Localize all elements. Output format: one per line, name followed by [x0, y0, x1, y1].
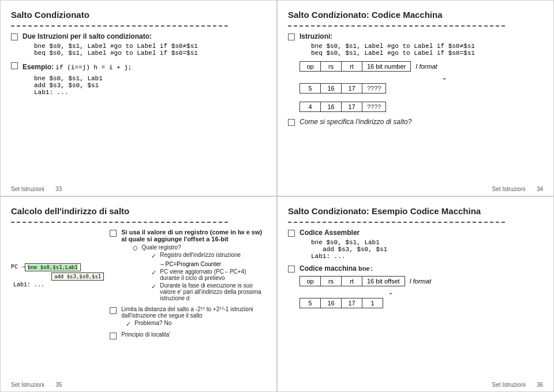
panel1-code-lab1: Lab1: ...: [34, 89, 132, 96]
p4-row1-offset: 1: [362, 298, 383, 308]
panel2-table1: op rs rt 16 bit number I format: [300, 61, 442, 72]
panel3-bullet1-content: Si usa il valore di un registro (come in…: [121, 229, 266, 303]
panel3-circle1: [133, 246, 137, 251]
panel3-pc-code2-text: add $s3,$s0,$s1: [54, 274, 101, 279]
panel4-bullet2-content: Codice macchina bne: op rs rt 16 bit off…: [300, 264, 436, 311]
panel2-bullet2-label: Come si specifica l'indirizzo di salto?: [300, 118, 411, 126]
panel3-check1-sub: – PC=Program Counter: [160, 261, 266, 267]
panel2-code-line2: beq $s0, $s1, Label #go to Label if $s0=…: [311, 50, 475, 57]
p4-col-rs: rs: [321, 276, 342, 286]
panel-calcolo-indirizzo: Calcolo dell'indirizzo di salto PC → bne…: [0, 196, 277, 393]
row1-rs: 16: [321, 84, 342, 94]
panel1-code-add: add $s3, $s0, $s1: [34, 82, 132, 89]
panel1-bullet2: Esempio: if (i==j) h = i + j; bne $s0, $…: [11, 61, 266, 96]
panel3-bullets: Si usa il valore di un registro (come in…: [110, 229, 266, 343]
panel1-bullet2-content: Esempio: if (i==j) h = i + j; bne $s0, $…: [23, 61, 132, 96]
panel4-code-line2: add $s3, $s0, $s1: [323, 246, 387, 253]
panel4-footer-num: 36: [537, 382, 543, 388]
col-iformat: I format: [411, 62, 442, 72]
panel1-bullet1-label: Due Istruzioni per il salto condizionato…: [23, 32, 198, 40]
bullet-box-2: [11, 62, 18, 69]
panel-esempio-codice-macchina: Salto Condizionato: Esempio Codice Macch…: [277, 196, 554, 393]
panel4-footer-label: Set Istruzioni: [492, 382, 526, 388]
row2-rt: 17: [342, 102, 362, 112]
panel2-istruzioni-label: Istruzioni:: [300, 32, 475, 40]
panel3-pc-code1: bne $s0,$s1,Lab1: [25, 263, 81, 271]
panel3-sub1-label: Quale registro?: [141, 244, 181, 251]
panel3-bullet3: Principio di localita': [110, 331, 266, 339]
panel4-row1: 5 16 17 1: [300, 298, 383, 308]
p4-col-op: op: [300, 276, 321, 286]
panel3-title: Calcolo dell'indirizzo di salto: [11, 206, 266, 216]
panel2-footer-num: 34: [537, 186, 543, 192]
panel1-code-bne: bne $s0, $s1, Lab1: [34, 75, 132, 82]
row1-num: ????: [362, 84, 386, 94]
panel4-code: bne $s0, $s1, Lab1 add $s3, $s0, $s1 Lab…: [311, 239, 387, 260]
panel4-bne-label: bne:: [358, 266, 373, 272]
panel3-check2: ✓ PC viene aggiornato (PC←PC+4) durante …: [151, 268, 266, 281]
p4-col-iformat: I format: [405, 276, 436, 286]
panel3-check2-text: PC viene aggiornato (PC←PC+4) durante il…: [160, 268, 266, 281]
panel3-bullet3-label: Principio di localita': [121, 331, 170, 338]
panel3-pc-row: PC → bne $s0,$s1,Lab1: [11, 263, 104, 271]
panel4-assembler-label: Codice Assembler: [300, 229, 387, 237]
col-16bit: 16 bit number: [362, 62, 411, 72]
panel2-bullet2-box: [288, 119, 295, 126]
check-icon-4: ✓: [126, 320, 131, 328]
panel3-pc-area: PC → bne $s0,$s1,Lab1 add $s3,$s0,$s1 La…: [11, 229, 104, 343]
panel3-pc-label: PC →: [11, 264, 25, 270]
panel2-arrow1: ⌄: [346, 74, 543, 81]
panel1-footer-num: 33: [55, 186, 62, 192]
panel4-code-line3: Lab1: ...: [311, 253, 387, 260]
row2-op: 4: [300, 102, 321, 112]
panel3-bullet2-box: [110, 307, 117, 314]
panel1-code-line2: beq $s0, $s1, Label #go to Label if $s0=…: [34, 50, 198, 57]
panel4-table-header: op rs rt 16 bit offset I format: [300, 276, 436, 286]
panel3-footer: Set Istruzioni 35: [11, 382, 62, 388]
panel3-bullet1: Si usa il valore di un registro (come in…: [110, 229, 266, 303]
row1-rt: 17: [342, 84, 362, 94]
panel3-lab1: Lab1: ...: [13, 282, 104, 288]
panel2-bullet1-content: Istruzioni: bne $s0, $s1, Label #go to L…: [300, 32, 475, 57]
panel3-bullet2-label: Limita la distanza del salto a -2¹⁵ to +…: [121, 306, 266, 319]
panel2-bullet-box: [288, 33, 295, 40]
panel3-content: PC → bne $s0,$s1,Lab1 add $s3,$s0,$s1 La…: [11, 229, 266, 343]
row2-num: ????: [362, 102, 386, 112]
col-rt: rt: [342, 62, 362, 72]
panel3-subbullet1: Quale registro?: [133, 244, 266, 251]
panel3-check1-text: Registro dell'indirizzo istruzione: [160, 252, 241, 258]
panel3-check3-text: Durante la fase di esecuzione is suo val…: [160, 282, 266, 301]
panel2-row2: 4 16 17 ????: [300, 102, 386, 112]
panel4-table-area: op rs rt 16 bit offset I format ⌄ 5 16 1…: [300, 276, 436, 308]
panel4-divider: [288, 222, 505, 223]
panel2-table1-header: op rs rt 16 bit number I format: [300, 62, 442, 72]
panel1-footer-label: Set Istruzioni: [11, 186, 44, 192]
panel-salto-condizionato: Salto Condizionato Due Istruzioni per il…: [0, 0, 277, 196]
panel3-problema: Problema? No: [134, 320, 171, 326]
panel1-divider: [11, 25, 228, 27]
panel3-pc-code2: add $s3,$s0,$s1: [51, 272, 104, 281]
check-icon-2: ✓: [151, 269, 156, 277]
col-rs: rs: [321, 62, 342, 72]
panel1-esempio-label: Esempio:: [23, 63, 55, 71]
panel2-bullet2: Come si specifica l'indirizzo di salto?: [288, 118, 543, 126]
panel3-bullet2: Limita la distanza del salto a -2¹⁵ to +…: [110, 306, 266, 328]
p4-col-rt: rt: [342, 276, 362, 286]
check-icon-1: ✓: [151, 252, 156, 260]
panel1-code-line1: bne $s0, $s1, Label #go to Label if $s0≠…: [34, 43, 198, 50]
panel3-bullet1-box: [110, 230, 117, 237]
panel2-code-line1: bne $s0, $s1, Label #go to Label if $s0≠…: [311, 43, 475, 50]
panel2-table1-row2: 4 16 17 ????: [300, 102, 386, 112]
panel2-table1-row1: 5 16 17 ????: [300, 83, 386, 94]
panel2-footer: Set Istruzioni 34: [492, 186, 543, 192]
panel4-bullet1: Codice Assembler bne $s0, $s1, Lab1 add …: [288, 229, 543, 260]
panel4-arrow: ⌄: [346, 289, 436, 296]
p4-row1-rs: 16: [321, 298, 342, 308]
panel4-footer: Set Istruzioni 36: [492, 382, 543, 388]
col-op: op: [300, 62, 321, 72]
panel1-footer: Set Istruzioni 33: [11, 186, 62, 192]
panel4-bullet1-content: Codice Assembler bne $s0, $s1, Lab1 add …: [300, 229, 387, 260]
panel3-pc-code1-highlight: bne $s0,$s1,Lab1: [28, 264, 78, 270]
panel4-data-row: 5 16 17 1: [300, 298, 383, 308]
p4-col-offset: 16 bit offset: [362, 276, 405, 286]
